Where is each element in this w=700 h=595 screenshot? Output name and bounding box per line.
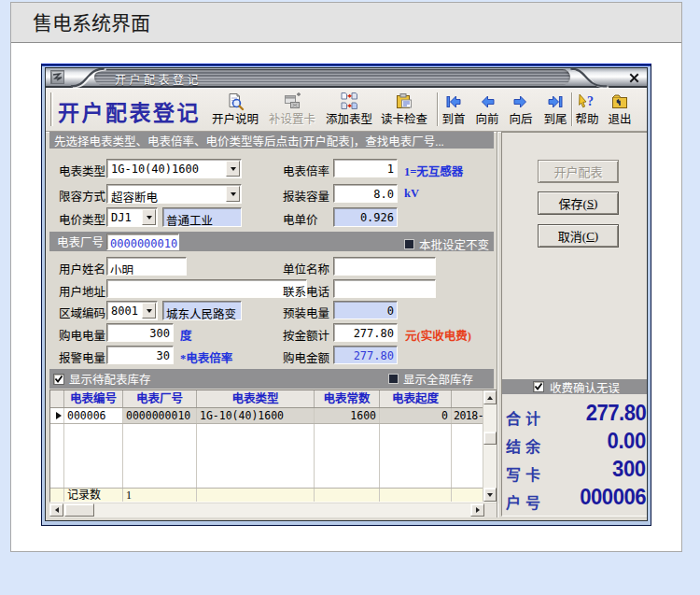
current-row-marker-icon	[56, 412, 62, 419]
horizontal-scroll-thumb[interactable]	[64, 503, 94, 517]
table-horizontal-scrollbar[interactable]	[49, 503, 484, 517]
column-header[interactable]: 电表厂号	[123, 390, 197, 407]
capacity-suffix: kV	[404, 187, 419, 201]
summary-value: 277.80	[585, 400, 646, 426]
column-header[interactable]	[452, 390, 483, 407]
show-pending-checkbox[interactable]: 显示待配表库存	[53, 370, 151, 388]
meter-type-select[interactable]: 1G-10(40)1600	[106, 159, 242, 178]
exit-icon	[610, 91, 629, 112]
checkbox-unchecked-icon[interactable]	[404, 239, 414, 249]
column-header[interactable]: 电表常数	[315, 390, 380, 407]
summary-value: 300	[613, 456, 646, 482]
limit-mode-select[interactable]: 超容断电	[106, 184, 242, 204]
price-type-label: 电价类型	[59, 210, 105, 228]
empty-cell	[380, 424, 452, 488]
window-titlebar[interactable]: 开户配表登记	[46, 68, 647, 88]
toolbar-button-label: 向前	[475, 112, 498, 127]
meter-type-label: 电表类型	[59, 162, 105, 179]
show-all-checkbox[interactable]: 显示全部库存	[388, 370, 473, 388]
area-code-select[interactable]: 8001	[106, 301, 158, 320]
reissue-card-icon	[283, 91, 301, 112]
toolbar-button-exit[interactable]: 退出	[599, 91, 640, 131]
table-vertical-scrollbar[interactable]	[483, 390, 497, 502]
summary-write-card-row: 写卡 300	[506, 456, 646, 484]
read-card-check-icon	[395, 91, 413, 112]
scroll-left-button[interactable]	[49, 503, 63, 517]
open-account-button[interactable]: 开户配表	[538, 160, 619, 183]
price-type-select[interactable]: DJ1	[106, 207, 158, 227]
purchase-energy-suffix: 度	[180, 326, 192, 344]
scroll-down-icon	[487, 493, 493, 497]
window-logo-icon	[50, 70, 64, 84]
table-empty-area	[50, 424, 484, 488]
multiplier-label: 电表倍率	[283, 162, 329, 179]
capacity-label: 报装容量	[283, 187, 329, 205]
capacity-field[interactable]: 8.0	[333, 184, 398, 203]
alarm-energy-field[interactable]: 30	[106, 346, 174, 364]
hint-text: 先选择电表类型、电表倍率、电价类型等后点击[开户配表]，查找电表厂号...	[54, 132, 444, 149]
form-heading: 开户配表登记	[58, 95, 201, 127]
add-meter-type-icon	[339, 91, 359, 112]
column-header[interactable]: 电表类型	[197, 390, 315, 407]
save-button[interactable]: 保存(S)	[538, 191, 619, 215]
dropdown-arrow-icon[interactable]	[226, 161, 240, 177]
toolbar-button-label: 添加表型	[326, 112, 372, 127]
by-amount-field[interactable]: 277.80	[333, 323, 398, 342]
dropdown-arrow-icon[interactable]	[226, 186, 240, 202]
dropdown-arrow-icon[interactable]	[142, 303, 156, 319]
fee-confirm-bar[interactable]: 收费确认无误	[502, 379, 648, 394]
table-footer-row: 记录数 1	[50, 488, 484, 502]
checkbox-checked-icon[interactable]	[53, 374, 64, 385]
toolbar-button-read-card-check[interactable]: 读卡检查	[378, 91, 430, 131]
dropdown-arrow-icon[interactable]	[142, 209, 156, 225]
cancel-button[interactable]: 取消(C)	[538, 224, 619, 248]
org-name-label: 单位名称	[283, 260, 329, 277]
toolbar-grip[interactable]	[50, 92, 53, 126]
batch-fixed-checkbox[interactable]: 本批设定不变	[404, 235, 489, 253]
vertical-scroll-thumb[interactable]	[483, 432, 497, 445]
scroll-up-button[interactable]	[483, 390, 497, 404]
scroll-left-icon	[55, 507, 59, 513]
column-header[interactable]: 电表编号	[64, 390, 123, 407]
table-row[interactable]: 000006 0000000010 1G-10(40)1600 1600 0 2…	[50, 408, 484, 424]
toolbar-button-label: 到尾	[543, 112, 567, 127]
by-amount-label: 按金额计	[283, 326, 329, 344]
table-header-row: 电表编号 电表厂号 电表类型 电表常数 电表起度	[50, 390, 484, 408]
scroll-down-button[interactable]	[483, 488, 497, 502]
toolbar-button-add-meter-type[interactable]: 添加表型	[323, 91, 375, 131]
org-name-field[interactable]	[333, 257, 436, 276]
toolbar-button-account-help[interactable]: 开户说明	[209, 91, 261, 131]
purchase-amount-label: 购电金额	[283, 348, 329, 366]
multiplier-suffix: 1=无互感器	[404, 162, 463, 179]
page-title: 售电系统界面	[33, 12, 150, 34]
column-header[interactable]: 电表起度	[380, 390, 452, 407]
summary-value: 000006	[580, 484, 646, 510]
customer-name-field[interactable]: 小明	[106, 257, 187, 276]
checkbox-unchecked-icon[interactable]	[388, 374, 399, 384]
close-button[interactable]	[628, 71, 641, 84]
toolbar-button-reissue-card[interactable]: 补设置卡	[263, 91, 321, 131]
phone-field[interactable]	[333, 279, 436, 298]
checkbox-checked-icon[interactable]	[533, 381, 544, 392]
account-help-doc-icon	[226, 91, 245, 112]
summary-label: 结余	[506, 434, 545, 457]
area-desc-field: 城东人民路变	[162, 301, 242, 320]
empty-cell	[50, 424, 64, 488]
dropdown-caret-icon	[147, 216, 152, 220]
address-field[interactable]	[106, 279, 307, 298]
settings-panel: 开户配表 保存(S) 取消(C) 收费确认无误 合计 277.80	[501, 132, 648, 517]
meter-serial-field[interactable]: 0000000010	[106, 234, 179, 250]
row-indicator-header	[50, 390, 64, 407]
scroll-right-icon	[476, 507, 480, 513]
purchase-energy-field[interactable]: 300	[106, 323, 174, 342]
page-header: 售电系统界面	[11, 3, 681, 43]
phone-label: 联系电话	[283, 282, 329, 300]
by-amount-suffix: 元(实收电费)	[405, 326, 471, 344]
record-count-label: 记录数	[64, 489, 123, 502]
preset-energy-label: 预装电量	[283, 304, 329, 321]
svg-text:?: ?	[587, 94, 594, 108]
alarm-energy-suffix: *电表倍率	[180, 348, 232, 366]
multiplier-field[interactable]: 1	[333, 159, 398, 177]
table-cell: 0000000010	[123, 408, 197, 423]
scroll-right-button[interactable]	[470, 503, 484, 517]
